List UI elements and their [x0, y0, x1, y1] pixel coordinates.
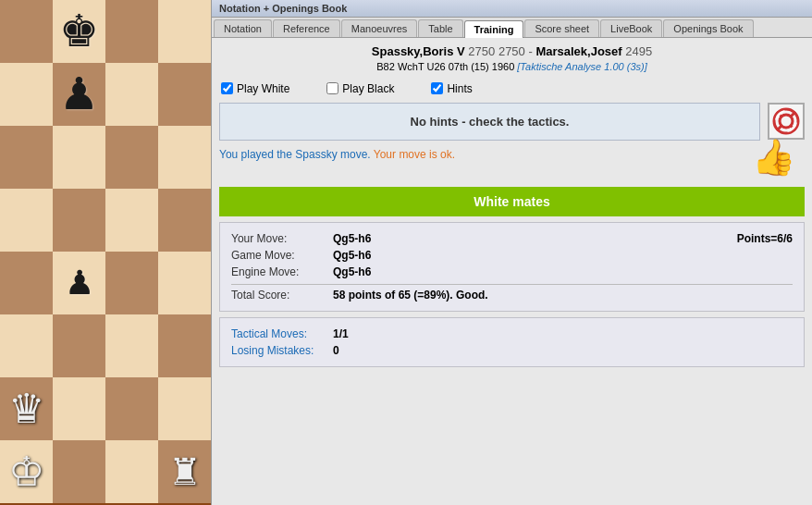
title-text: Notation + Openings Book	[219, 3, 347, 14]
your-move-value: Qg5-h6	[333, 232, 737, 245]
hints-checkbox[interactable]	[431, 82, 443, 94]
tab-table[interactable]: Table	[418, 19, 462, 37]
feedback-part2: Your move is ok.	[374, 148, 455, 161]
cell-a8	[0, 0, 53, 63]
title-bar: Notation + Openings Book	[212, 0, 812, 18]
right-panel: Notation + Openings Book Notation Refere…	[211, 0, 812, 505]
cell-c3	[105, 314, 158, 377]
lifesaver-icon	[772, 107, 800, 135]
tab-manoeuvres[interactable]: Manoeuvres	[341, 19, 418, 37]
cell-b7: ♟	[53, 63, 105, 126]
cell-d2	[158, 377, 211, 440]
your-move-row: Your Move: Qg5-h6 Points=6/6	[231, 230, 793, 247]
total-score-value: 58 points of 65 (=89%). Good.	[333, 289, 793, 302]
mates-text: White mates	[474, 194, 549, 209]
tab-reference[interactable]: Reference	[273, 19, 340, 37]
play-white-option[interactable]: Play White	[221, 82, 289, 95]
piece-white-rook: ♜	[168, 453, 202, 490]
tactical-moves-label: Tactical Moves:	[231, 327, 333, 340]
cell-a7	[0, 63, 53, 126]
game-move-value: Qg5-h6	[333, 249, 793, 262]
cell-d5	[158, 189, 211, 252]
cell-d1: ♜	[158, 440, 211, 503]
black-player-name: Marsalek,Josef	[535, 44, 621, 58]
cell-c6	[105, 126, 158, 189]
svg-point-6	[774, 109, 798, 133]
options-row: Play White Play Black Hints	[212, 79, 812, 99]
losing-mistakes-row: Losing Mistakes: 0	[231, 342, 793, 359]
cell-c2	[105, 377, 158, 440]
total-score-label: Total Score:	[231, 289, 333, 302]
hint-icon-button[interactable]	[768, 103, 805, 140]
cell-b5	[53, 189, 105, 252]
thumbs-up-icon: 👍	[752, 137, 795, 178]
feedback-area: You played the Spassky move. Your move i…	[219, 146, 455, 163]
cell-c1	[105, 440, 158, 503]
piece-black-king: ♚	[59, 9, 99, 54]
piece-white-queen: ♛	[8, 388, 44, 429]
piece-white-king: ♔	[8, 451, 44, 492]
losing-mistakes-value: 0	[333, 344, 793, 357]
cell-d7	[158, 63, 211, 126]
cell-c4	[105, 252, 158, 314]
main-content: No hints - check the tactics.	[212, 99, 812, 505]
cell-d6	[158, 126, 211, 189]
hint-box-row: No hints - check the tactics.	[219, 103, 805, 141]
cell-a1: ♔	[0, 440, 53, 503]
game-players: Spassky,Boris V 2750 2750 - Marsalek,Jos…	[215, 43, 808, 60]
tab-bar: Notation Reference Manoeuvres Table Trai…	[212, 18, 812, 38]
cell-d3	[158, 314, 211, 377]
white-elo-val: 2750 -	[498, 44, 535, 58]
cell-a5	[0, 189, 53, 252]
game-details: B82 WchT U26 07th (15) 1960 [Taktische A…	[215, 60, 808, 74]
tab-score-sheet[interactable]: Score sheet	[524, 19, 599, 37]
cell-b4: ♟	[53, 252, 105, 314]
secondary-stats-box: Tactical Moves: 1/1 Losing Mistakes: 0	[219, 317, 805, 367]
tab-notation[interactable]: Notation	[214, 19, 272, 37]
hint-text: No hints - check the tactics.	[411, 115, 570, 129]
game-move-label: Game Move:	[231, 249, 333, 262]
cell-a6	[0, 126, 53, 189]
tactical-moves-value: 1/1	[333, 327, 793, 340]
tab-training[interactable]: Training	[464, 20, 524, 38]
total-score-row: Total Score: 58 points of 65 (=89%). Goo…	[231, 284, 793, 303]
cell-b2	[53, 377, 105, 440]
feedback-part1: You played the Spassky move.	[219, 148, 371, 161]
cell-b1	[53, 440, 105, 503]
cell-a2: ♛	[0, 377, 53, 440]
points-value: Points=6/6	[737, 232, 793, 245]
opening-text: [Taktische Analyse 1.00 (3s)]	[517, 61, 646, 72]
cell-d8	[158, 0, 211, 63]
play-black-option[interactable]: Play Black	[326, 82, 394, 95]
hints-option[interactable]: Hints	[431, 82, 472, 95]
play-white-checkbox[interactable]	[221, 82, 233, 94]
chess-board: ♚ ♟ ♟ ♛ ♔ ♜	[0, 0, 211, 505]
game-move-row: Game Move: Qg5-h6	[231, 247, 793, 264]
moves-stats-box: Your Move: Qg5-h6 Points=6/6 Game Move: …	[219, 222, 805, 312]
play-black-label: Play Black	[342, 82, 394, 95]
piece-black-pawn-b4: ♟	[65, 266, 94, 300]
cell-c7	[105, 63, 158, 126]
losing-mistakes-label: Losing Mistakes:	[231, 344, 333, 357]
play-black-checkbox[interactable]	[326, 82, 338, 94]
tab-openings-book[interactable]: Openings Book	[663, 19, 753, 37]
game-info-text: B82 WchT U26 07th (15) 1960	[376, 61, 514, 72]
your-move-label: Your Move:	[231, 232, 333, 245]
white-elo: 2750	[468, 44, 495, 58]
cell-c8	[105, 0, 158, 63]
black-elo-val: 2495	[625, 44, 652, 58]
game-info: Spassky,Boris V 2750 2750 - Marsalek,Jos…	[212, 38, 812, 79]
cell-b6	[53, 126, 105, 189]
engine-move-value: Qg5-h6	[333, 265, 793, 278]
engine-move-row: Engine Move: Qg5-h6	[231, 264, 793, 280]
cell-b8: ♚	[53, 0, 105, 63]
cell-b3	[53, 314, 105, 377]
cell-a4	[0, 252, 53, 314]
hint-box: No hints - check the tactics.	[219, 103, 760, 141]
hints-label: Hints	[447, 82, 472, 95]
svg-point-7	[780, 115, 793, 128]
piece-black-pawn-b7: ♟	[59, 72, 99, 117]
tab-livebook[interactable]: LiveBook	[600, 19, 662, 37]
play-white-label: Play White	[237, 82, 289, 95]
engine-move-label: Engine Move:	[231, 265, 333, 278]
